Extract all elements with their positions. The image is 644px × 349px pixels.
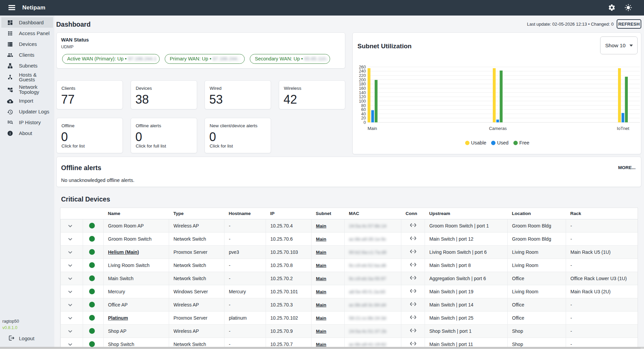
svg-text:0: 0 <box>364 120 366 125</box>
svg-text:Main: Main <box>368 126 377 131</box>
svg-text:IoTnet: IoTnet <box>617 126 629 131</box>
svg-text:Cameras: Cameras <box>489 126 507 131</box>
